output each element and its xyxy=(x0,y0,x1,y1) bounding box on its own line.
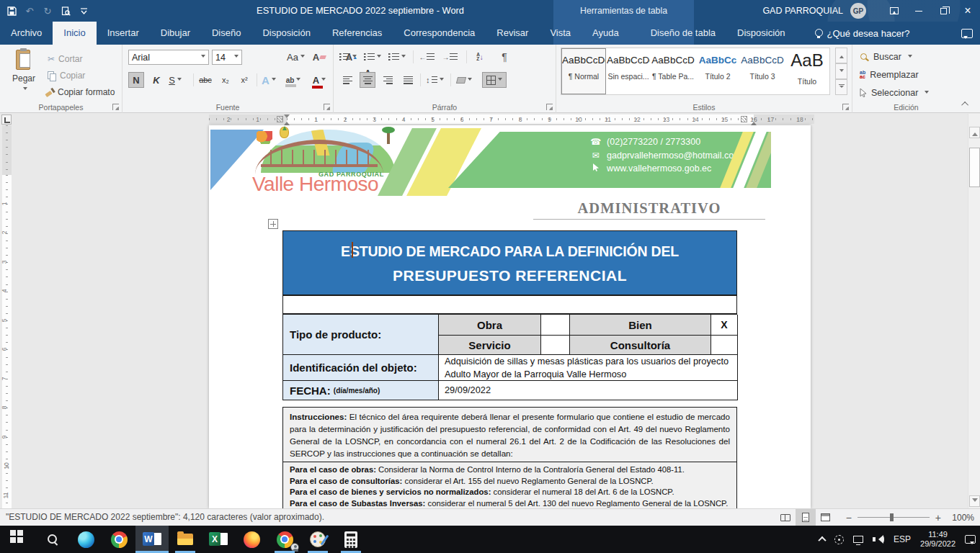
style-normal[interactable]: AaBbCcDc¶ Normal xyxy=(561,48,606,94)
bold-button[interactable]: N xyxy=(128,72,144,88)
objeto-label[interactable]: Identificación del objeto: xyxy=(283,355,439,381)
close-button[interactable]: × xyxy=(956,0,980,22)
servicio-cell[interactable]: Servicio xyxy=(439,336,541,355)
empty-table-row[interactable] xyxy=(282,295,737,314)
obra-mark-cell[interactable] xyxy=(541,315,570,336)
hidden-icons-chevron[interactable] xyxy=(818,536,826,544)
ribbon-display-options-button[interactable] xyxy=(882,0,906,22)
instructions-table[interactable]: Instrucciones: El técnico del área requi… xyxy=(282,407,737,508)
numbering-button[interactable] xyxy=(364,49,381,65)
align-right-button[interactable] xyxy=(380,72,396,88)
print-layout-button[interactable] xyxy=(796,509,816,526)
tab-insertar[interactable]: Insertar xyxy=(97,22,150,45)
taskbar-chrome-profile[interactable] xyxy=(268,526,301,553)
fecha-label[interactable]: FECHA: (día/mes/año) xyxy=(283,381,439,400)
vertical-scrollbar[interactable] xyxy=(968,114,980,508)
taskbar-paint[interactable] xyxy=(301,526,334,553)
replace-button[interactable]: abacReemplazar xyxy=(860,68,919,82)
show-formatting-button[interactable]: ¶ xyxy=(496,49,512,65)
tab-referencias[interactable]: Referencias xyxy=(321,22,393,45)
copy-button[interactable]: Copiar xyxy=(48,68,85,83)
scrollbar-thumb[interactable] xyxy=(969,148,980,187)
borders-button[interactable] xyxy=(482,72,507,88)
multilevel-list-button[interactable] xyxy=(388,49,406,65)
decrease-indent-button[interactable]: ← xyxy=(419,49,435,65)
styles-scroll-down-icon[interactable] xyxy=(835,63,847,79)
tab-disposicion-tabla[interactable]: Disposición xyxy=(726,22,796,45)
feedback-button[interactable] xyxy=(961,22,973,45)
tab-stop-selector[interactable] xyxy=(1,114,12,125)
font-size-select[interactable]: 14 xyxy=(212,50,242,65)
redo-icon[interactable]: ↻ xyxy=(42,5,53,17)
undo-icon[interactable]: ↶ xyxy=(24,5,35,17)
style-table-paragraph[interactable]: AaBbCcD¶ Table Pa... xyxy=(651,48,695,94)
taskbar-excel[interactable]: X xyxy=(202,526,235,553)
align-center-button[interactable] xyxy=(360,72,375,88)
horizontal-ruler[interactable]: 21123456789101112131415161718 xyxy=(209,114,814,125)
styles-dialog-launcher-icon[interactable] xyxy=(842,104,849,110)
justify-button[interactable] xyxy=(400,72,416,88)
select-button[interactable]: Seleccionar xyxy=(860,86,929,100)
avatar[interactable]: GP xyxy=(850,3,866,19)
tab-disposicion[interactable]: Disposición xyxy=(251,22,321,45)
read-mode-button[interactable] xyxy=(775,509,796,526)
customize-quick-access-icon[interactable] xyxy=(78,5,89,17)
taskbar-calculator[interactable] xyxy=(334,526,368,553)
tab-ayuda[interactable]: Ayuda xyxy=(582,22,630,45)
tab-dibujar[interactable]: Dibujar xyxy=(150,22,201,45)
collapse-ribbon-button[interactable] xyxy=(960,99,971,108)
tipo-producto-label[interactable]: Tipo de producto: xyxy=(283,315,439,355)
network-icon[interactable] xyxy=(853,536,863,543)
highlight-color-button[interactable]: ab xyxy=(285,72,301,88)
underline-button[interactable]: S xyxy=(167,72,183,88)
font-family-select[interactable]: Arial xyxy=(128,50,209,65)
taskbar-firefox[interactable] xyxy=(235,526,268,553)
obra-cell[interactable]: Obra xyxy=(439,315,541,336)
zoom-slider[interactable]: − + xyxy=(846,513,941,523)
superscript-button[interactable]: x² xyxy=(236,72,252,88)
style-titulo[interactable]: AaBTítulo xyxy=(785,48,829,94)
bien-mark-cell[interactable]: X xyxy=(711,315,738,336)
taskbar-chrome[interactable] xyxy=(102,526,135,553)
taskbar-word[interactable]: W xyxy=(135,526,169,553)
format-painter-button[interactable]: Copiar formato xyxy=(45,85,115,99)
scroll-down-icon[interactable] xyxy=(969,495,980,507)
tab-correspondencia[interactable]: Correspondencia xyxy=(393,22,486,45)
bullets-button[interactable] xyxy=(339,49,357,65)
bien-cell[interactable]: Bien xyxy=(570,315,711,336)
font-dialog-launcher-icon[interactable] xyxy=(324,104,330,110)
italic-button[interactable]: K xyxy=(148,72,164,88)
zoom-in-icon[interactable]: + xyxy=(935,513,941,523)
subscript-button[interactable]: x₂ xyxy=(218,72,233,88)
tab-vista[interactable]: Vista xyxy=(539,22,582,45)
sort-button[interactable]: AZ↓ xyxy=(472,49,488,65)
tab-diseno[interactable]: Diseño xyxy=(201,22,251,45)
taskbar-edge[interactable] xyxy=(69,526,102,553)
tab-inicio[interactable]: Inicio xyxy=(53,22,96,45)
paste-dropdown-icon[interactable] xyxy=(23,87,27,92)
line-spacing-button[interactable]: ↕ xyxy=(426,72,444,88)
document-page[interactable]: GAD PARROQUIAL Valle Hermoso ☎(02)277322… xyxy=(209,125,811,508)
zoom-track[interactable] xyxy=(858,517,930,518)
style-titulo-3[interactable]: AaBbCcDTítulo 3 xyxy=(740,48,785,94)
tab-diseno-de-tabla[interactable]: Diseño de tabla xyxy=(640,22,726,45)
sync-tray-icon[interactable] xyxy=(834,535,844,544)
find-button[interactable]: Buscar xyxy=(860,50,912,64)
zoom-out-icon[interactable]: − xyxy=(846,513,852,523)
clock[interactable]: 11:4929/9/2022 xyxy=(920,530,956,549)
consultoria-cell[interactable]: Consultoría xyxy=(570,336,711,355)
consultoria-mark-cell[interactable] xyxy=(711,336,738,355)
clear-formatting-button[interactable]: A xyxy=(311,49,327,65)
tell-me-box[interactable]: ¿Qué desea hacer? xyxy=(805,22,920,45)
styles-more-icon[interactable] xyxy=(835,79,847,95)
fecha-value[interactable]: 29/09/2022 xyxy=(439,381,738,400)
increase-indent-button[interactable]: → xyxy=(442,49,458,65)
taskbar-search-button[interactable] xyxy=(36,526,69,553)
styles-scroll-up-icon[interactable] xyxy=(835,48,847,63)
table-column-marker[interactable] xyxy=(741,116,747,122)
action-center-icon[interactable] xyxy=(965,535,976,544)
font-color-button[interactable]: A xyxy=(311,72,327,88)
strikethrough-button[interactable]: abc xyxy=(197,72,213,88)
print-preview-icon[interactable] xyxy=(60,5,71,17)
restore-button[interactable] xyxy=(931,0,956,22)
